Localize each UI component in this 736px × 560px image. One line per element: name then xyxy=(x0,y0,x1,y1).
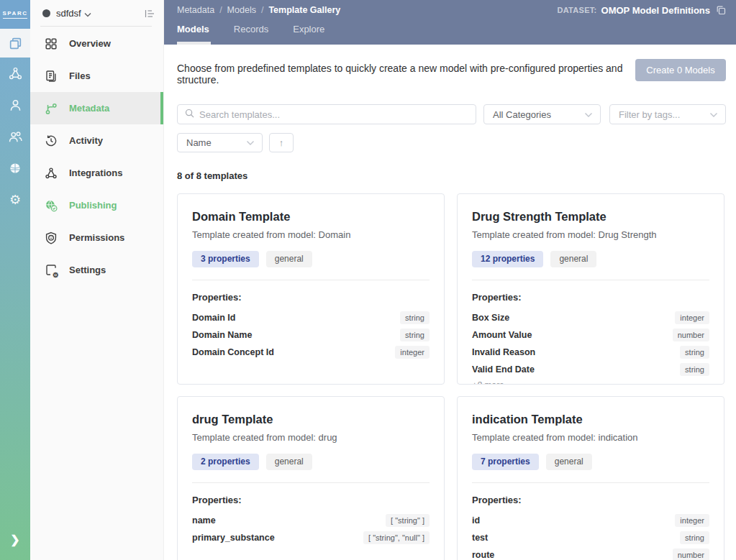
tab-models[interactable]: Models xyxy=(177,24,209,45)
category-filter-value: All Categories xyxy=(493,109,584,120)
property-name: primary_substance xyxy=(192,533,275,543)
collapse-sidebar-icon[interactable] xyxy=(145,9,155,18)
breadcrumb: Metadata / Models / Template Gallery DAT… xyxy=(177,3,726,17)
sidebar-item-integrations[interactable]: Integrations xyxy=(30,157,163,189)
property-type-chip: integer xyxy=(395,346,430,359)
badge-row: 2 properties general xyxy=(192,454,430,470)
property-name: route xyxy=(472,550,494,560)
badge-row: 3 properties general xyxy=(192,251,430,267)
expand-rail-button[interactable]: ❯ xyxy=(0,518,30,560)
rail-item-team[interactable] xyxy=(0,121,30,152)
git-branch-icon xyxy=(45,102,58,115)
gear-icon: ⚙ xyxy=(9,193,21,206)
rail-item-integrations[interactable] xyxy=(0,58,30,89)
template-gallery: Choose from predefined templates to quic… xyxy=(164,45,736,560)
sort-row: Name ↑ xyxy=(177,133,726,152)
property-name: Amount Value xyxy=(472,330,532,340)
windows-icon xyxy=(8,36,23,51)
gallery-description: Choose from predefined templates to quic… xyxy=(177,59,623,86)
page-header: Metadata / Models / Template Gallery DAT… xyxy=(164,0,736,45)
sidebar-item-publishing[interactable]: Publishing xyxy=(30,189,163,221)
sort-field-select[interactable]: Name xyxy=(177,133,263,152)
copy-icon[interactable] xyxy=(716,5,726,15)
sidebar-item-label: Files xyxy=(69,70,91,81)
rail-item-publish[interactable] xyxy=(0,152,30,184)
chevron-down-icon xyxy=(584,109,593,120)
rail-item-settings[interactable]: ⚙ xyxy=(0,184,30,216)
sidebar-item-settings[interactable]: ⚙ Settings xyxy=(30,254,163,286)
template-search[interactable] xyxy=(177,104,476,124)
category-badge: general xyxy=(546,454,592,470)
search-icon xyxy=(185,108,194,121)
property-type-chip: string xyxy=(680,531,709,544)
shield-icon xyxy=(45,231,58,244)
network-icon xyxy=(45,167,58,180)
template-card-drug[interactable]: drug Template Template created from mode… xyxy=(177,396,445,560)
property-name: Domain Id xyxy=(192,313,235,323)
breadcrumb-metadata[interactable]: Metadata xyxy=(177,5,214,15)
chevron-down-icon xyxy=(246,137,255,148)
search-input[interactable] xyxy=(199,109,468,120)
property-type-chip: integer xyxy=(675,514,709,527)
property-type-chip: integer xyxy=(675,311,709,324)
property-name: Domain Concept Id xyxy=(192,347,274,357)
divider xyxy=(192,280,430,280)
sidebar-item-label: Permissions xyxy=(69,232,124,243)
property-type-chip: string xyxy=(680,363,709,376)
divider xyxy=(472,280,709,280)
settings-panel-icon: ⚙ xyxy=(45,264,58,277)
sparc-logo: SPARC xyxy=(0,0,30,29)
tab-explore[interactable]: Explore xyxy=(293,24,324,45)
property-type-chip: string xyxy=(400,329,430,341)
sidebar-item-activity[interactable]: Activity xyxy=(30,124,163,157)
tab-records[interactable]: Records xyxy=(234,24,268,45)
template-card-drug-strength[interactable]: Drug Strength Template Template created … xyxy=(457,193,724,385)
template-grid: Domain Template Template created from mo… xyxy=(177,193,726,560)
sidebar-item-label: Integrations xyxy=(69,167,122,178)
breadcrumb-separator: / xyxy=(219,5,222,15)
sidebar-item-label: Overview xyxy=(69,38,111,49)
property-name: Domain Name xyxy=(192,330,252,340)
property-row: Domain Id string xyxy=(192,311,430,324)
network-icon xyxy=(8,66,23,81)
properties-heading: Properties: xyxy=(472,292,709,303)
files-icon xyxy=(45,70,58,83)
property-name: id xyxy=(472,515,480,525)
rail-item-profile[interactable] xyxy=(0,89,30,121)
category-badge: general xyxy=(550,251,596,267)
property-row: test string xyxy=(472,531,709,544)
results-count: 8 of 8 templates xyxy=(177,170,726,181)
property-type-chip: number xyxy=(673,329,709,341)
sidebar-item-files[interactable]: Files xyxy=(30,60,163,92)
tab-bar: Models Records Explore xyxy=(177,24,726,45)
chevron-down-icon xyxy=(84,7,91,20)
dataset-info: DATASET: OMOP Model Definitions xyxy=(557,5,726,16)
sidebar-item-overview[interactable]: Overview xyxy=(30,27,163,60)
workspace-selector[interactable]: sdfdsf xyxy=(30,0,163,27)
tags-filter-placeholder: Filter by tags... xyxy=(619,109,709,120)
template-title: Drug Strength Template xyxy=(472,210,709,224)
template-title: indication Template xyxy=(472,413,709,426)
chevron-right-icon: ❯ xyxy=(10,533,19,546)
template-card-indication[interactable]: indication Template Template created fro… xyxy=(457,396,724,560)
breadcrumb-models[interactable]: Models xyxy=(227,5,256,15)
property-type-chip: string xyxy=(680,346,709,359)
sidebar-item-metadata[interactable]: Metadata xyxy=(30,92,163,124)
sidebar-item-permissions[interactable]: Permissions xyxy=(30,221,163,254)
category-filter-select[interactable]: All Categories xyxy=(483,104,601,124)
breadcrumb-current: Template Gallery xyxy=(268,5,340,15)
sort-direction-button[interactable]: ↑ xyxy=(269,133,294,152)
history-clock-icon xyxy=(45,134,58,147)
properties-count-badge: 2 properties xyxy=(192,454,259,470)
workspace-avatar xyxy=(42,9,50,17)
category-badge: general xyxy=(266,454,312,470)
badge-row: 7 properties general xyxy=(472,454,709,470)
category-badge: general xyxy=(266,251,312,267)
rail-item-workspaces[interactable] xyxy=(0,29,30,58)
properties-count-badge: 12 properties xyxy=(472,251,543,267)
template-subtitle: Template created from model: Domain xyxy=(192,229,430,240)
template-card-domain[interactable]: Domain Template Template created from mo… xyxy=(177,193,445,385)
property-name: Invalid Reason xyxy=(472,347,535,357)
tags-filter-select[interactable]: Filter by tags... xyxy=(609,104,726,124)
create-models-button[interactable]: Create 0 Models xyxy=(635,59,726,81)
